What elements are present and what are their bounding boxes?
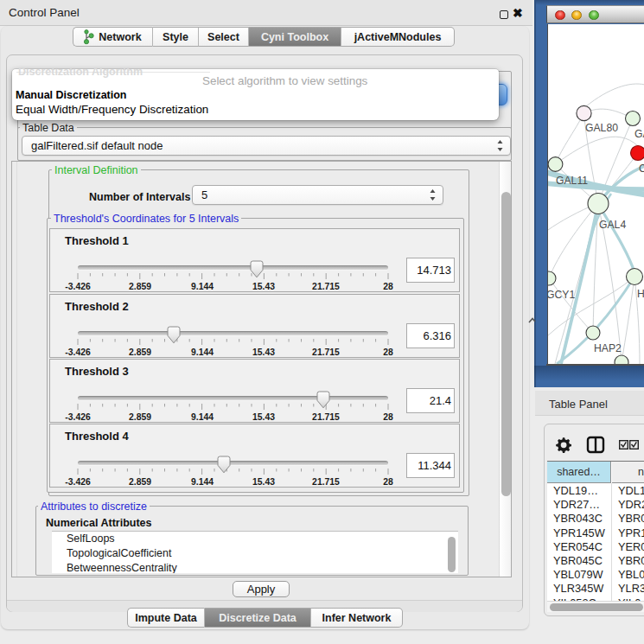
svg-text:HAP4: HAP4 — [637, 288, 644, 300]
svg-text:GCY1: GCY1 — [548, 289, 575, 301]
svg-text:HAP2: HAP2 — [594, 342, 622, 354]
svg-text:GAL80: GAL80 — [585, 122, 618, 134]
svg-text:GAL: GAL — [634, 128, 644, 140]
svg-text:CY: CY — [639, 163, 644, 175]
svg-text:GAL4: GAL4 — [599, 219, 626, 231]
svg-text:GAL11: GAL11 — [556, 175, 588, 187]
